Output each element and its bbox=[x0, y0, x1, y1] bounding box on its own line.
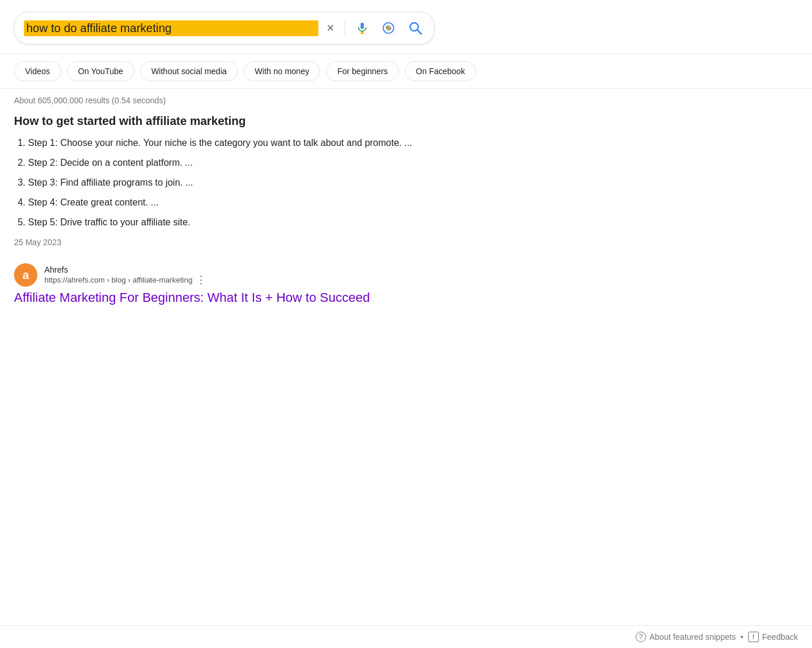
search-bar-wrapper: how to do affiliate marketing × bbox=[0, 0, 812, 54]
snippet-step-4: Step 4: Create great content. ... bbox=[28, 196, 442, 210]
snippet-step-3: Step 3: Find affiliate programs to join.… bbox=[28, 176, 442, 190]
result-options-button[interactable]: ⋮ bbox=[196, 274, 206, 285]
search-button[interactable] bbox=[406, 19, 425, 37]
favicon-letter: a bbox=[22, 269, 29, 282]
chip-no-money[interactable]: With no money bbox=[244, 61, 320, 81]
icon-divider bbox=[345, 20, 345, 36]
svg-rect-0 bbox=[360, 23, 364, 29]
clear-icon: × bbox=[327, 20, 334, 36]
lens-button[interactable] bbox=[379, 19, 398, 37]
source-info: Ahrefs https://ahrefs.com › blog › affil… bbox=[44, 265, 206, 285]
snippet-date: 25 May 2023 bbox=[14, 238, 442, 247]
search-query[interactable]: how to do affiliate marketing bbox=[24, 20, 318, 36]
mic-button[interactable] bbox=[353, 19, 371, 37]
clear-button[interactable]: × bbox=[324, 18, 336, 38]
search-icons: × bbox=[324, 18, 425, 38]
chip-no-social[interactable]: Without social media bbox=[140, 61, 238, 81]
source-header: a Ahrefs https://ahrefs.com › blog › aff… bbox=[14, 263, 442, 287]
result-title-link[interactable]: Affiliate Marketing For Beginners: What … bbox=[14, 290, 442, 305]
chip-facebook[interactable]: On Facebook bbox=[405, 61, 476, 81]
chips-row: Videos On YouTube Without social media W… bbox=[0, 54, 812, 89]
featured-snippet: How to get started with affiliate market… bbox=[0, 110, 456, 256]
source-url-row: https://ahrefs.com › blog › affiliate-ma… bbox=[44, 274, 206, 285]
snippet-step-1: Step 1: Choose your niche. Your niche is… bbox=[28, 136, 442, 150]
snippet-step-5: Step 5: Drive traffic to your affiliate … bbox=[28, 215, 442, 229]
chip-videos[interactable]: Videos bbox=[14, 61, 61, 81]
search-bar: how to do affiliate marketing × bbox=[14, 12, 435, 44]
source-name: Ahrefs bbox=[44, 265, 206, 274]
results-count: About 605,000,000 results (0.54 seconds) bbox=[14, 96, 166, 105]
search-icon bbox=[408, 21, 422, 35]
svg-line-6 bbox=[418, 30, 422, 34]
snippet-title: How to get started with affiliate market… bbox=[14, 114, 442, 128]
source-url: https://ahrefs.com › blog › affiliate-ma… bbox=[44, 276, 192, 284]
snippet-list: Step 1: Choose your niche. Your niche is… bbox=[14, 136, 442, 229]
mic-icon bbox=[356, 22, 369, 34]
chip-beginners[interactable]: For beginners bbox=[326, 61, 398, 81]
chip-youtube[interactable]: On YouTube bbox=[67, 61, 134, 81]
source-result: a Ahrefs https://ahrefs.com › blog › aff… bbox=[0, 256, 456, 312]
snippet-step-2: Step 2: Decide on a content platform. ..… bbox=[28, 156, 442, 170]
results-meta: About 605,000,000 results (0.54 seconds) bbox=[0, 89, 812, 110]
lens-icon bbox=[381, 21, 395, 35]
source-favicon: a bbox=[14, 263, 37, 287]
